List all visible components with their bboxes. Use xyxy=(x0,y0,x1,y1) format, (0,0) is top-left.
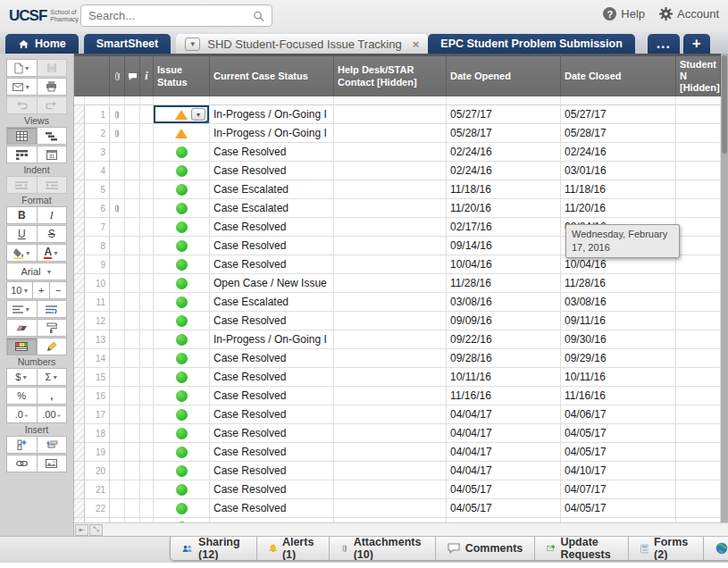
comment-cell[interactable] xyxy=(125,105,140,124)
case-status-cell[interactable]: Case Resolved xyxy=(210,162,334,180)
date-opened-cell[interactable]: 05/28/17 xyxy=(447,124,561,143)
font-family-select[interactable]: Arial ▼ xyxy=(6,263,67,280)
case-status-cell[interactable]: Case Resolved xyxy=(210,462,334,480)
horizontal-scrollbar[interactable]: ⇤ ⤡ xyxy=(74,522,728,536)
tab-smartsheet[interactable]: SmartSheet xyxy=(84,34,171,54)
help-desk-column-header[interactable]: Help Desk/STAR Contact [Hidden] xyxy=(334,56,447,96)
fill-handle[interactable] xyxy=(205,121,210,124)
attachment-cell[interactable] xyxy=(110,105,125,124)
case-status-cell[interactable]: Case Resolved xyxy=(210,499,334,518)
attachment-cell[interactable] xyxy=(110,180,125,199)
date-closed-cell[interactable]: 11/16/16 xyxy=(561,387,676,405)
date-opened-cell[interactable]: 11/28/16 xyxy=(447,274,561,293)
case-status-cell[interactable]: Case Resolved xyxy=(210,368,334,387)
table-row[interactable]: 10 ▼ Open Case / New Issue 11/28/16 11/2… xyxy=(74,274,728,293)
help-desk-cell[interactable] xyxy=(334,105,447,124)
info-cell[interactable] xyxy=(140,124,154,143)
date-opened-cell[interactable]: 02/17/16 xyxy=(447,218,561,237)
date-opened-cell[interactable]: 04/04/17 xyxy=(447,443,561,462)
issue-status-cell[interactable]: ▼ xyxy=(154,462,210,480)
format-painter-button[interactable] xyxy=(38,319,68,337)
decrease-decimal-button[interactable]: .00₊ xyxy=(38,405,68,423)
student-cell[interactable] xyxy=(676,180,721,199)
update-requests-button[interactable]: Update Requests xyxy=(535,537,628,560)
card-view-button[interactable] xyxy=(6,146,38,163)
student-cell[interactable] xyxy=(676,312,721,330)
date-opened-cell[interactable]: 04/04/17 xyxy=(447,405,561,424)
case-status-cell[interactable]: Case Resolved xyxy=(210,255,334,274)
indent-button[interactable] xyxy=(38,176,68,194)
insert-link-button[interactable] xyxy=(6,455,38,472)
new-document-button[interactable]: ▼ xyxy=(6,59,38,77)
percent-button[interactable]: % xyxy=(6,387,38,405)
case-status-cell[interactable]: Case Resolved xyxy=(210,480,334,499)
info-cell[interactable] xyxy=(140,312,154,330)
info-cell[interactable] xyxy=(140,255,154,274)
attachment-cell[interactable] xyxy=(110,162,125,180)
comment-cell[interactable] xyxy=(125,480,140,499)
date-closed-cell[interactable]: 09/11/16 xyxy=(561,312,676,330)
comment-cell[interactable] xyxy=(125,443,140,462)
help-desk-cell[interactable] xyxy=(334,199,447,218)
row-number[interactable]: 6 xyxy=(85,199,110,218)
help-desk-cell[interactable] xyxy=(334,480,447,499)
increase-decimal-button[interactable]: .0₊ xyxy=(6,405,38,423)
date-closed-cell[interactable]: 04/05/17 xyxy=(561,443,676,462)
comment-cell[interactable] xyxy=(125,143,140,162)
row-number[interactable]: 17 xyxy=(85,405,110,424)
date-closed-cell[interactable]: 09/30/16 xyxy=(561,330,676,349)
help-desk-cell[interactable] xyxy=(334,424,447,443)
fill-color-button[interactable]: ▼ xyxy=(6,244,38,262)
student-cell[interactable] xyxy=(676,443,721,462)
date-closed-cell[interactable]: 10/04/16 xyxy=(561,255,676,274)
row-number[interactable]: 5 xyxy=(85,180,110,199)
help-desk-cell[interactable] xyxy=(334,293,447,312)
help-desk-cell[interactable] xyxy=(334,405,447,424)
corner-header-cell[interactable] xyxy=(74,56,110,96)
issue-status-cell[interactable]: ▼ xyxy=(154,387,210,405)
date-closed-cell[interactable]: 02/24/16 xyxy=(561,143,676,162)
info-cell[interactable] xyxy=(140,330,154,349)
info-cell[interactable] xyxy=(140,387,154,405)
help-desk-cell[interactable] xyxy=(334,462,447,480)
row-number[interactable]: 11 xyxy=(85,293,110,312)
issue-status-cell[interactable]: ▼ xyxy=(154,312,210,330)
row-number[interactable]: 7 xyxy=(85,218,110,237)
table-row[interactable]: 2 ▼ In-Progess / On-Going I 05/28/17 05/… xyxy=(74,124,728,143)
case-status-cell[interactable]: Case Resolved xyxy=(210,237,334,255)
row-number[interactable]: 18 xyxy=(85,424,110,443)
row-number[interactable]: 22 xyxy=(85,499,110,518)
date-closed-cell[interactable]: 10/11/16 xyxy=(561,368,676,387)
calendar-view-button[interactable]: 31 xyxy=(38,146,68,163)
date-closed-cell[interactable]: 05/28/17 xyxy=(561,124,676,143)
student-cell[interactable] xyxy=(676,105,721,124)
expand-view-button[interactable]: ⤡ xyxy=(89,524,103,536)
attachment-cell[interactable] xyxy=(110,387,125,405)
issue-status-cell[interactable]: ▼ xyxy=(154,443,210,462)
row-number[interactable]: 16 xyxy=(85,387,110,405)
issue-status-cell[interactable]: ▼ xyxy=(154,368,210,387)
case-status-cell[interactable]: Case Escalated xyxy=(210,180,334,199)
info-cell[interactable] xyxy=(140,349,154,368)
issue-status-cell[interactable]: ▼ xyxy=(154,424,210,443)
student-cell[interactable] xyxy=(676,480,721,499)
vertical-scrollbar-thumb[interactable] xyxy=(722,55,727,154)
row-number[interactable]: 10 xyxy=(85,274,110,293)
info-column-header[interactable]: i xyxy=(140,56,154,96)
date-opened-cell[interactable]: 05/27/17 xyxy=(447,105,561,124)
comments-column-header[interactable] xyxy=(125,56,140,96)
date-opened-cell[interactable]: 11/20/16 xyxy=(447,199,561,218)
issue-status-cell[interactable]: ▼ xyxy=(154,124,210,143)
info-cell[interactable] xyxy=(140,180,154,199)
date-opened-cell[interactable]: 04/05/17 xyxy=(447,480,561,499)
currency-button[interactable]: $▼ xyxy=(6,368,38,386)
date-closed-cell[interactable]: 03/01/16 xyxy=(561,162,676,180)
comment-cell[interactable] xyxy=(125,162,140,180)
italic-button[interactable]: I xyxy=(38,206,68,224)
student-cell[interactable] xyxy=(676,124,721,143)
outdent-button[interactable] xyxy=(6,176,38,194)
case-status-cell[interactable]: Case Resolved xyxy=(210,424,334,443)
clear-format-button[interactable] xyxy=(6,319,38,337)
date-closed-cell[interactable]: 04/06/17 xyxy=(561,405,676,424)
attachment-cell[interactable] xyxy=(110,368,125,387)
